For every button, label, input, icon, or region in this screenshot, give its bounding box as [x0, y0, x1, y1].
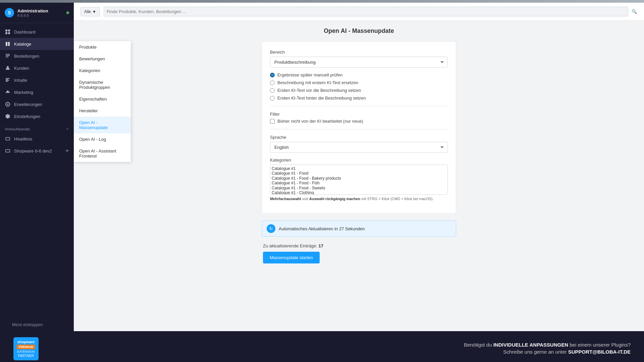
kataloge-submenu: Produkte Bewertungen Kategorien Dynamisc… [74, 41, 131, 162]
bereich-label: Bereich [270, 50, 448, 55]
status-count-label: Zu aktualisierende Einträge: [263, 243, 317, 248]
menu-collapse-label: Menü einklappen [12, 322, 43, 327]
radio-davor[interactable]: Ersten KI-Text vor die Beschreibung setz… [270, 88, 448, 93]
top-bar [0, 0, 644, 3]
kategorien-multiselect[interactable]: Catalogue #1 Catalogue #1 - Food Catalog… [270, 165, 447, 194]
svg-rect-10 [6, 80, 9, 81]
svg-rect-1 [8, 29, 10, 32]
radio-group: Ergebnisse später manuell prüfen Beschre… [270, 72, 448, 101]
svg-rect-0 [5, 29, 7, 32]
marketing-icon [5, 89, 11, 95]
sidebar-item-headless-label: Headless [14, 136, 32, 141]
submenu-item-produkte[interactable]: Produkte [74, 41, 131, 53]
sidebar-footer[interactable]: Menü einklappen [0, 318, 74, 331]
svg-rect-15 [6, 149, 10, 152]
search-input[interactable] [107, 9, 625, 14]
filter-section: Filter Bisher nicht von der KI bearbeite… [270, 112, 448, 124]
footer-text: Benötigst du INDIVIDUELLE ANPASSUNGEN be… [52, 342, 631, 356]
submenu-item-bewertungen[interactable]: Bewertungen [74, 53, 131, 65]
sidebar-item-marketing-label: Marketing [14, 90, 33, 95]
svg-point-13 [7, 104, 8, 105]
sidebar-logo: S [5, 8, 14, 17]
header-bar: Alle ▼ 🔍 [74, 3, 644, 21]
einstellungen-icon [5, 113, 11, 119]
radio-dahinter-label: Ersten KI-Text hinter die Beschreibung s… [277, 96, 366, 101]
radio-manuell[interactable]: Ergebnisse später manuell prüfen [270, 72, 448, 77]
status-row: Zu aktualisierende Einträge: 17 Massenup… [262, 243, 456, 263]
sidebar-item-bestellungen-label: Bestellungen [14, 54, 39, 59]
eye-icon[interactable]: 👁 [65, 149, 69, 153]
footer-line2-prefix: Schreibe uns gerne an unter [503, 349, 568, 355]
svg-rect-11 [6, 81, 8, 82]
search-dropdown[interactable]: Alle ▼ [80, 7, 100, 16]
sidebar-title: Administration [17, 8, 48, 13]
sidebar-item-headless[interactable]: Headless [0, 133, 74, 145]
erweiterungen-icon [5, 101, 11, 107]
filter-checkbox-input[interactable] [270, 119, 275, 124]
bereich-select[interactable]: Produktbeschreibung Produktname Meta-Bes… [270, 57, 448, 68]
sidebar-item-inhalte[interactable]: Inhalte [0, 74, 74, 86]
submenu-item-dynamische[interactable]: Dynamische Produktgruppen [74, 76, 131, 93]
sidebar: S Administration 6.6.9.0 Dashboard Katal… [0, 3, 74, 331]
partner-text: PARTNER [18, 354, 34, 358]
sidebar-item-einstellungen-label: Einstellungen [14, 114, 40, 119]
svg-rect-4 [6, 54, 10, 55]
sidebar-item-dashboard-label: Dashboard [14, 29, 36, 35]
search-input-wrap [103, 7, 628, 16]
collapse-icon [5, 322, 9, 327]
hint-suffix: mit STRG + Klick (CMD + Klick bei macOS)… [361, 197, 434, 201]
search-dropdown-value: Alle [84, 9, 91, 14]
sidebar-header: S Administration 6.6.9.0 [0, 3, 74, 23]
massenupdate-start-button[interactable]: Massenupdate starten [263, 252, 320, 263]
sidebar-item-erweiterungen[interactable]: Erweiterungen [0, 98, 74, 110]
submenu-item-hersteller[interactable]: Hersteller [74, 105, 131, 117]
search-button[interactable]: 🔍 [632, 9, 637, 14]
sidebar-item-kataloge[interactable]: Kataloge [0, 38, 74, 50]
sidebar-item-dashboard[interactable]: Dashboard [0, 26, 74, 38]
sidebar-item-einstellungen[interactable]: Einstellungen [0, 110, 74, 122]
kunden-icon [5, 65, 11, 71]
shopware-icon [5, 148, 11, 154]
premium-badge: PREMIUM [17, 345, 35, 349]
app-wrapper: S Administration 6.6.9.0 Dashboard Katal… [0, 3, 644, 331]
shopware-logo-text: shopware [17, 340, 35, 344]
kategorien-label: Kategorien [270, 158, 448, 163]
kategorien-hint: Mehrfachauswahl und Auswahl rückgängig m… [270, 197, 448, 201]
filter-checkbox[interactable]: Bisher nicht von der KI bearbeitet (nur … [270, 119, 448, 124]
submenu-item-kategorien[interactable]: Kategorien [74, 65, 131, 76]
divider-2 [270, 129, 448, 129]
chevron-down-icon: ▼ [92, 9, 96, 14]
status-count: Zu aktualisierende Einträge: 17 [263, 243, 455, 248]
radio-dahinter[interactable]: Ersten KI-Text hinter die Beschreibung s… [270, 96, 448, 101]
submenu-item-open-ai-massenupdate[interactable]: Open AI - Massenupdate [74, 117, 131, 133]
footer-line1: Benötigst du INDIVIDUELLE ANPASSUNGEN be… [52, 342, 631, 348]
sidebar-item-kataloge-label: Kataloge [14, 42, 31, 47]
mehrfach-text: Mehrfachauswahl [270, 197, 301, 201]
main-content: Alle ▼ 🔍 Open AI - Massenupdate Bereich … [74, 3, 644, 331]
divider-1 [270, 106, 448, 106]
svg-rect-5 [6, 55, 10, 56]
footer-line1-bold: INDIVIDUELLE ANPASSUNGEN [493, 342, 568, 348]
submenu-item-open-ai-assistant[interactable]: Open AI - Assistant Frontend [74, 145, 131, 162]
radio-manuell-label: Ergebnisse später manuell prüfen [277, 72, 342, 77]
filter-label: Filter [270, 112, 448, 117]
sprache-label: Sprache [270, 135, 448, 140]
submenu-item-open-ai-log[interactable]: Open AI - Log [74, 133, 131, 145]
sidebar-item-kunden[interactable]: Kunden [0, 62, 74, 74]
submenu-item-eigenschaften[interactable]: Eigenschaften [74, 93, 131, 105]
und-text: und [302, 197, 308, 201]
svg-rect-9 [6, 79, 8, 80]
sidebar-title-block: Administration 6.6.9.0 [17, 8, 48, 17]
radio-ersetzen[interactable]: Beschreibung mit erstem KI-Text ersetzen [270, 80, 448, 85]
footer-line1-prefix: Benötigst du [464, 342, 493, 348]
sprache-select[interactable]: English Deutsch Français [270, 142, 448, 153]
status-dot [66, 11, 69, 14]
sidebar-item-shopware[interactable]: Shopware 6-6 dev2 👁 [0, 145, 74, 157]
sidebar-item-bestellungen[interactable]: Bestellungen [0, 50, 74, 62]
refresh-text: Automatisches Aktualisieren in 27 Sekund… [279, 226, 365, 231]
sprache-section: Sprache English Deutsch Français [270, 135, 448, 153]
radio-davor-label: Ersten KI-Text vor die Beschreibung setz… [277, 88, 361, 93]
svg-rect-6 [6, 57, 8, 57]
add-verkaufskanal-icon[interactable]: ＋ [65, 126, 69, 131]
sidebar-item-marketing[interactable]: Marketing [0, 86, 74, 98]
